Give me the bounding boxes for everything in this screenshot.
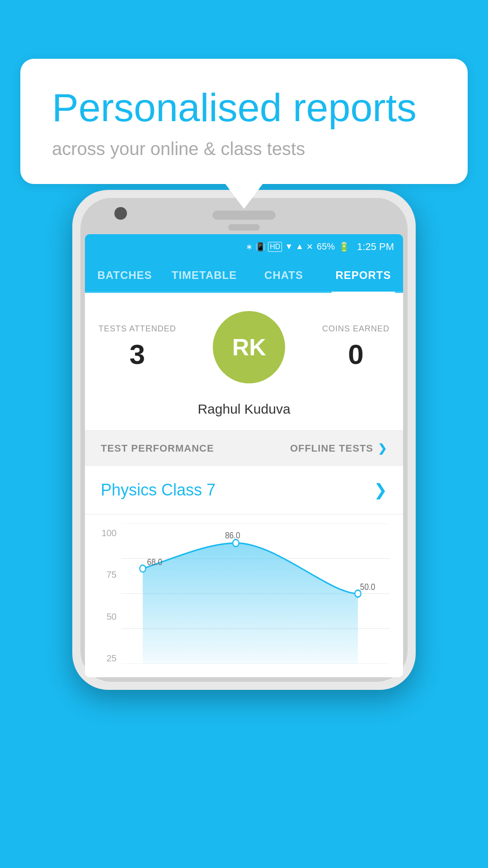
physics-class-row[interactable]: Physics Class 7 ❯ [85, 466, 403, 514]
signal-icon: ▲ [296, 242, 304, 251]
nav-tabs: BATCHES TIMETABLE CHATS REPORTS [85, 259, 403, 293]
battery-percent: 65% [317, 241, 335, 252]
wifi-icon: ▼ [285, 242, 293, 251]
annotation-2: 86.0 [225, 530, 240, 540]
camera-icon [114, 207, 127, 220]
performance-chart: 100 75 50 25 [94, 524, 394, 677]
chart-fill [143, 543, 358, 664]
tab-chats[interactable]: CHATS [244, 259, 324, 292]
bubble-title: Personalised reports [52, 86, 436, 130]
bubble-subtitle: across your online & class tests [52, 139, 436, 159]
y-label-75: 75 [94, 570, 117, 580]
y-label-100: 100 [94, 528, 117, 538]
test-performance-header: TEST PERFORMANCE OFFLINE TESTS ❯ [85, 430, 403, 466]
tests-attended-label: TESTS ATTENDED [99, 324, 176, 334]
chart-svg: 68.0 86.0 50.0 [121, 524, 389, 664]
annotation-1: 68.0 [147, 557, 162, 567]
data-point-2 [233, 539, 239, 547]
status-time: 1:25 PM [357, 241, 394, 253]
coins-earned-value: 0 [322, 338, 389, 370]
battery-icon: 🔋 [338, 241, 350, 252]
speech-bubble: Personalised reports across your online … [20, 59, 468, 184]
tab-timetable[interactable]: TIMETABLE [164, 259, 244, 292]
speaker-grille [212, 211, 276, 220]
coins-earned-block: COINS EARNED 0 [322, 324, 389, 370]
y-label-50: 50 [94, 612, 117, 622]
status-icons: ∗ 📳 HD ▼ ▲ ✕ [246, 242, 313, 252]
annotation-3: 50.0 [360, 582, 375, 592]
profile-section: TESTS ATTENDED 3 RK COINS EARNED 0 [85, 293, 403, 401]
chevron-down-icon: ❯ [378, 442, 387, 455]
tests-attended-block: TESTS ATTENDED 3 [99, 324, 176, 370]
chart-plot-area: 68.0 86.0 50.0 [121, 524, 389, 664]
coins-earned-label: COINS EARNED [322, 324, 389, 334]
y-label-25: 25 [94, 653, 117, 664]
hd-icon: HD [268, 242, 282, 252]
offline-tests-dropdown[interactable]: OFFLINE TESTS ❯ [290, 442, 387, 455]
tab-batches[interactable]: BATCHES [85, 259, 164, 292]
signal2-icon: ✕ [306, 242, 313, 252]
tests-attended-value: 3 [99, 338, 176, 370]
phone-screen: ∗ 📳 HD ▼ ▲ ✕ 65% 🔋 1:25 PM BATCHES TIMET… [85, 234, 403, 677]
avatar-initials: RK [232, 334, 266, 361]
avatar: RK [213, 311, 285, 383]
vibrate-icon: 📳 [255, 242, 265, 252]
bluetooth-icon: ∗ [246, 242, 253, 252]
test-performance-title: TEST PERFORMANCE [101, 443, 214, 454]
home-indicator [228, 224, 260, 231]
offline-tests-label: OFFLINE TESTS [290, 443, 373, 454]
status-bar: ∗ 📳 HD ▼ ▲ ✕ 65% 🔋 1:25 PM [85, 234, 403, 259]
phone-mockup: ∗ 📳 HD ▼ ▲ ✕ 65% 🔋 1:25 PM BATCHES TIMET… [72, 190, 416, 690]
class-name: Physics Class 7 [101, 481, 216, 500]
y-axis: 100 75 50 25 [94, 524, 117, 677]
class-arrow-icon: ❯ [374, 481, 387, 500]
chart-section: 100 75 50 25 [85, 514, 403, 677]
tab-reports[interactable]: REPORTS [324, 259, 403, 292]
data-point-1 [140, 565, 145, 572]
user-name: Raghul Kuduva [85, 401, 403, 430]
